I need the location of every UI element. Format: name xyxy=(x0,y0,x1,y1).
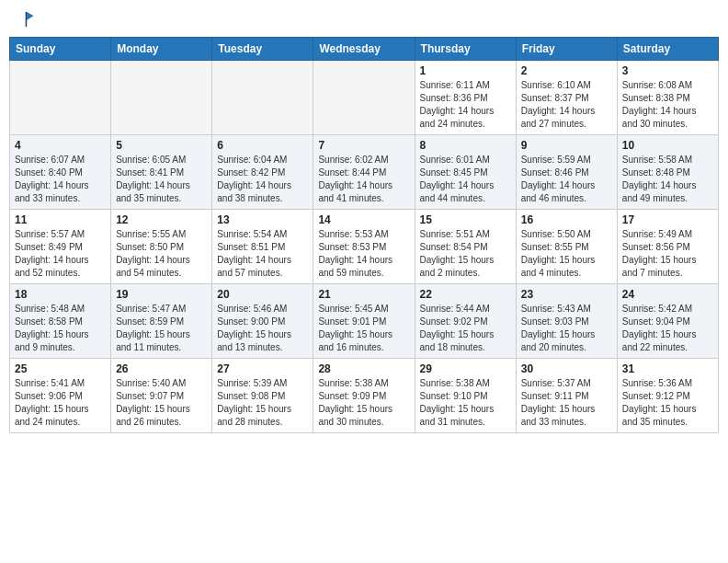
day-info: Sunrise: 5:39 AM Sunset: 9:08 PM Dayligh… xyxy=(217,377,308,429)
calendar-cell xyxy=(212,61,313,135)
day-info: Sunrise: 5:58 AM Sunset: 8:48 PM Dayligh… xyxy=(622,154,713,205)
calendar-cell: 11Sunrise: 5:57 AM Sunset: 8:49 PM Dayli… xyxy=(10,210,111,284)
calendar-cell: 28Sunrise: 5:38 AM Sunset: 9:09 PM Dayli… xyxy=(313,359,415,433)
calendar-header-row: SundayMondayTuesdayWednesdayThursdayFrid… xyxy=(10,38,719,61)
logo xyxy=(13,9,37,29)
header-wednesday: Wednesday xyxy=(313,38,415,61)
calendar-cell: 24Sunrise: 5:42 AM Sunset: 9:04 PM Dayli… xyxy=(617,284,718,359)
day-info: Sunrise: 5:38 AM Sunset: 9:09 PM Dayligh… xyxy=(318,377,409,429)
day-info: Sunrise: 5:44 AM Sunset: 9:02 PM Dayligh… xyxy=(420,303,511,354)
day-number: 15 xyxy=(420,213,511,226)
day-info: Sunrise: 6:11 AM Sunset: 8:36 PM Dayligh… xyxy=(420,79,511,131)
day-number: 18 xyxy=(15,288,106,301)
calendar-cell: 5Sunrise: 6:05 AM Sunset: 8:41 PM Daylig… xyxy=(111,135,212,210)
day-number: 19 xyxy=(116,288,207,301)
day-number: 30 xyxy=(521,362,612,375)
day-number: 22 xyxy=(420,288,511,301)
day-number: 12 xyxy=(116,213,207,226)
calendar-cell: 10Sunrise: 5:58 AM Sunset: 8:48 PM Dayli… xyxy=(617,135,718,210)
calendar-cell: 17Sunrise: 5:49 AM Sunset: 8:56 PM Dayli… xyxy=(617,210,718,284)
day-info: Sunrise: 5:50 AM Sunset: 8:55 PM Dayligh… xyxy=(521,228,612,280)
calendar-week-row: 4Sunrise: 6:07 AM Sunset: 8:40 PM Daylig… xyxy=(10,135,719,210)
day-number: 9 xyxy=(521,139,612,152)
header-monday: Monday xyxy=(111,38,212,61)
calendar-cell: 29Sunrise: 5:38 AM Sunset: 9:10 PM Dayli… xyxy=(415,359,516,433)
calendar-cell xyxy=(10,61,111,135)
svg-rect-0 xyxy=(15,9,35,29)
day-number: 24 xyxy=(622,288,713,301)
calendar-cell: 7Sunrise: 6:02 AM Sunset: 8:44 PM Daylig… xyxy=(313,135,415,210)
calendar-cell: 30Sunrise: 5:37 AM Sunset: 9:11 PM Dayli… xyxy=(516,359,617,433)
day-number: 10 xyxy=(622,139,713,152)
calendar-week-row: 1Sunrise: 6:11 AM Sunset: 8:36 PM Daylig… xyxy=(10,61,719,135)
calendar-cell: 20Sunrise: 5:46 AM Sunset: 9:00 PM Dayli… xyxy=(212,284,313,359)
day-info: Sunrise: 5:46 AM Sunset: 9:00 PM Dayligh… xyxy=(217,303,308,354)
header-saturday: Saturday xyxy=(617,38,718,61)
day-number: 7 xyxy=(318,139,409,152)
day-number: 25 xyxy=(15,362,106,375)
day-number: 11 xyxy=(15,213,106,226)
day-number: 28 xyxy=(318,362,409,375)
day-number: 2 xyxy=(521,64,612,77)
day-info: Sunrise: 5:40 AM Sunset: 9:07 PM Dayligh… xyxy=(116,377,207,429)
calendar-cell: 19Sunrise: 5:47 AM Sunset: 8:59 PM Dayli… xyxy=(111,284,212,359)
day-number: 1 xyxy=(420,64,511,77)
day-number: 29 xyxy=(420,362,511,375)
day-info: Sunrise: 5:54 AM Sunset: 8:51 PM Dayligh… xyxy=(217,228,308,280)
calendar-cell: 12Sunrise: 5:55 AM Sunset: 8:50 PM Dayli… xyxy=(111,210,212,284)
day-info: Sunrise: 5:42 AM Sunset: 9:04 PM Dayligh… xyxy=(622,303,713,354)
day-info: Sunrise: 5:51 AM Sunset: 8:54 PM Dayligh… xyxy=(420,228,511,280)
day-number: 8 xyxy=(420,139,511,152)
day-info: Sunrise: 6:02 AM Sunset: 8:44 PM Dayligh… xyxy=(318,154,409,205)
calendar-cell: 6Sunrise: 6:04 AM Sunset: 8:42 PM Daylig… xyxy=(212,135,313,210)
calendar-cell: 2Sunrise: 6:10 AM Sunset: 8:37 PM Daylig… xyxy=(516,61,617,135)
day-info: Sunrise: 5:49 AM Sunset: 8:56 PM Dayligh… xyxy=(622,228,713,280)
header-thursday: Thursday xyxy=(415,38,516,61)
day-info: Sunrise: 6:10 AM Sunset: 8:37 PM Dayligh… xyxy=(521,79,612,131)
calendar-cell: 3Sunrise: 6:08 AM Sunset: 8:38 PM Daylig… xyxy=(617,61,718,135)
header-sunday: Sunday xyxy=(10,38,111,61)
page-header xyxy=(9,9,719,29)
day-info: Sunrise: 6:01 AM Sunset: 8:45 PM Dayligh… xyxy=(420,154,511,205)
day-info: Sunrise: 5:59 AM Sunset: 8:46 PM Dayligh… xyxy=(521,154,612,205)
day-info: Sunrise: 6:07 AM Sunset: 8:40 PM Dayligh… xyxy=(15,154,106,205)
day-info: Sunrise: 5:38 AM Sunset: 9:10 PM Dayligh… xyxy=(420,377,511,429)
day-number: 16 xyxy=(521,213,612,226)
calendar-cell xyxy=(313,61,415,135)
svg-marker-1 xyxy=(27,12,33,20)
calendar-week-row: 11Sunrise: 5:57 AM Sunset: 8:49 PM Dayli… xyxy=(10,210,719,284)
calendar-cell: 15Sunrise: 5:51 AM Sunset: 8:54 PM Dayli… xyxy=(415,210,516,284)
header-tuesday: Tuesday xyxy=(212,38,313,61)
calendar-cell: 16Sunrise: 5:50 AM Sunset: 8:55 PM Dayli… xyxy=(516,210,617,284)
day-number: 14 xyxy=(318,213,409,226)
day-number: 4 xyxy=(15,139,106,152)
calendar-cell: 26Sunrise: 5:40 AM Sunset: 9:07 PM Dayli… xyxy=(111,359,212,433)
svg-rect-2 xyxy=(26,12,27,27)
day-info: Sunrise: 5:43 AM Sunset: 9:03 PM Dayligh… xyxy=(521,303,612,354)
calendar-cell: 23Sunrise: 5:43 AM Sunset: 9:03 PM Dayli… xyxy=(516,284,617,359)
calendar-cell: 21Sunrise: 5:45 AM Sunset: 9:01 PM Dayli… xyxy=(313,284,415,359)
day-info: Sunrise: 5:36 AM Sunset: 9:12 PM Dayligh… xyxy=(622,377,713,429)
day-info: Sunrise: 5:53 AM Sunset: 8:53 PM Dayligh… xyxy=(318,228,409,280)
calendar-cell: 31Sunrise: 5:36 AM Sunset: 9:12 PM Dayli… xyxy=(617,359,718,433)
calendar-cell xyxy=(111,61,212,135)
day-number: 13 xyxy=(217,213,308,226)
day-info: Sunrise: 5:41 AM Sunset: 9:06 PM Dayligh… xyxy=(15,377,106,429)
calendar-table: SundayMondayTuesdayWednesdayThursdayFrid… xyxy=(9,37,719,433)
day-info: Sunrise: 5:48 AM Sunset: 8:58 PM Dayligh… xyxy=(15,303,106,354)
calendar-cell: 14Sunrise: 5:53 AM Sunset: 8:53 PM Dayli… xyxy=(313,210,415,284)
day-number: 21 xyxy=(318,288,409,301)
day-info: Sunrise: 5:37 AM Sunset: 9:11 PM Dayligh… xyxy=(521,377,612,429)
calendar-week-row: 25Sunrise: 5:41 AM Sunset: 9:06 PM Dayli… xyxy=(10,359,719,433)
logo-icon xyxy=(15,9,35,29)
day-info: Sunrise: 5:57 AM Sunset: 8:49 PM Dayligh… xyxy=(15,228,106,280)
calendar-cell: 4Sunrise: 6:07 AM Sunset: 8:40 PM Daylig… xyxy=(10,135,111,210)
calendar-cell: 8Sunrise: 6:01 AM Sunset: 8:45 PM Daylig… xyxy=(415,135,516,210)
header-friday: Friday xyxy=(516,38,617,61)
day-info: Sunrise: 6:08 AM Sunset: 8:38 PM Dayligh… xyxy=(622,79,713,131)
calendar-cell: 22Sunrise: 5:44 AM Sunset: 9:02 PM Dayli… xyxy=(415,284,516,359)
day-number: 5 xyxy=(116,139,207,152)
day-number: 26 xyxy=(116,362,207,375)
day-info: Sunrise: 6:04 AM Sunset: 8:42 PM Dayligh… xyxy=(217,154,308,205)
calendar-cell: 18Sunrise: 5:48 AM Sunset: 8:58 PM Dayli… xyxy=(10,284,111,359)
